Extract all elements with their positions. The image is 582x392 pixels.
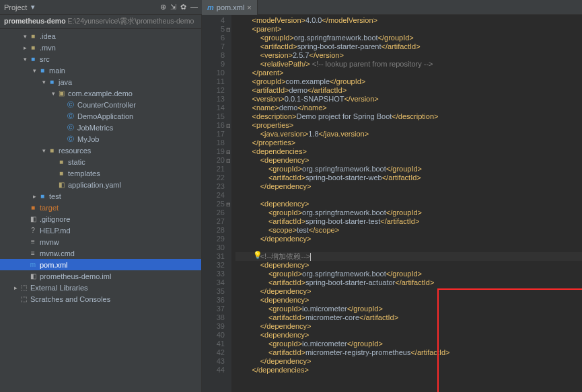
settings-icon[interactable]: ✿	[180, 3, 186, 11]
tree-item[interactable]: ■templates	[0, 167, 201, 179]
tree-item[interactable]: ▾■resources	[0, 145, 201, 156]
tree-item[interactable]: ▾■.idea	[0, 30, 201, 42]
tree-item[interactable]: ▾▣com.example.demo	[0, 87, 201, 99]
editor-tab[interactable]: m pom.xml ×	[202, 0, 258, 15]
tree-item[interactable]: ▸■test	[0, 190, 201, 202]
tree-item[interactable]: ◧.gitignore	[0, 213, 201, 225]
close-icon[interactable]: ×	[247, 3, 251, 11]
tree-item[interactable]: ≡mvnw	[0, 236, 201, 247]
tree-item[interactable]: ▾■main	[0, 65, 201, 76]
code-content[interactable]: <modelVersion>4.0.0</modelVersion> <pare…	[231, 15, 582, 392]
file-tree[interactable]: ▾■.idea▸■.mvn▾■src▾■main▾■java▾▣com.exam…	[0, 29, 201, 305]
breadcrumb: prometheus-demo E:\24yunservice\需求\prome…	[0, 15, 201, 29]
tree-item[interactable]: ◧application.yaml	[0, 179, 201, 190]
title-bar: Project ▾ ⊕ ⇲ ✿ — m pom.xml ×	[0, 0, 582, 15]
tree-item[interactable]: ▸⬚External Libraries	[0, 282, 201, 293]
expand-icon[interactable]: ⇲	[170, 3, 176, 11]
code-editor[interactable]: 45⊟678910111213141516⊟171819⊟20⊟21222324…	[202, 15, 582, 392]
tree-item[interactable]: mpom.xml	[0, 259, 201, 270]
maven-icon: m	[207, 3, 214, 11]
project-dropdown-icon[interactable]: ▾	[31, 3, 35, 11]
tree-item[interactable]: ?HELP.md	[0, 225, 201, 236]
tree-item[interactable]: ■target	[0, 202, 201, 213]
tree-item[interactable]: ▾■java	[0, 76, 201, 87]
hide-icon[interactable]: —	[190, 3, 198, 11]
tree-item[interactable]: ▸■.mvn	[0, 42, 201, 53]
tree-item[interactable]: ◧prometheus-demo.iml	[0, 270, 201, 282]
tree-item[interactable]: ⬚Scratches and Consoles	[0, 293, 201, 305]
tree-item[interactable]: ⒸDemoApplication	[0, 110, 201, 122]
tree-item[interactable]: ▾■src	[0, 53, 201, 65]
project-label[interactable]: Project	[4, 3, 27, 11]
tree-item[interactable]: ≡mvnw.cmd	[0, 247, 201, 259]
locate-icon[interactable]: ⊕	[160, 3, 166, 11]
tree-item[interactable]: ■static	[0, 156, 201, 167]
tree-item[interactable]: ⒸCounterController	[0, 99, 201, 110]
tree-item[interactable]: ⒸMyJob	[0, 133, 201, 145]
line-gutter: 45⊟678910111213141516⊟171819⊟20⊟21222324…	[202, 15, 231, 392]
tree-item[interactable]: ⒸJobMetrics	[0, 122, 201, 133]
tab-title: pom.xml	[217, 3, 245, 11]
project-sidebar[interactable]: prometheus-demo E:\24yunservice\需求\prome…	[0, 15, 202, 392]
